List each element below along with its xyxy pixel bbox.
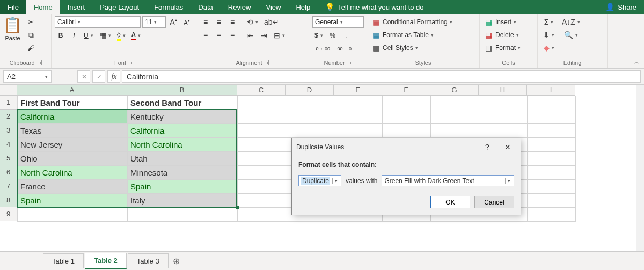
increase-indent-button[interactable]: ⇥ xyxy=(258,30,270,41)
fill-button[interactable]: ⬇▾ xyxy=(541,29,557,41)
paste-icon[interactable]: 📋 xyxy=(3,16,22,34)
alignment-launcher[interactable] xyxy=(264,60,269,65)
font-color-button[interactable]: A▾ xyxy=(129,30,143,41)
cell-A8[interactable]: Spain xyxy=(18,194,128,208)
cell-B6[interactable]: Minnesota xyxy=(128,166,238,180)
tab-file[interactable]: File xyxy=(0,0,26,14)
row-header-8[interactable]: 8 xyxy=(0,193,17,207)
decrease-indent-button[interactable]: ⇤ xyxy=(245,30,257,41)
row-header-9[interactable]: 9 xyxy=(0,207,17,221)
share-button[interactable]: 👤 Share xyxy=(598,0,644,14)
delete-cells-button[interactable]: ▦Delete▾ xyxy=(483,29,535,41)
merge-center-button[interactable]: ⊟▾ xyxy=(272,30,287,41)
cell-G1[interactable] xyxy=(431,96,479,110)
tab-data[interactable]: Data xyxy=(191,0,220,14)
fill-handle[interactable] xyxy=(236,206,239,209)
tab-insert[interactable]: Insert xyxy=(60,0,93,14)
copy-button[interactable]: ⧉ xyxy=(25,29,37,41)
col-header-E[interactable]: E xyxy=(334,85,382,96)
row-header-3[interactable]: 3 xyxy=(0,123,17,137)
fill-color-button[interactable]: ◊▾ xyxy=(115,30,128,41)
name-box[interactable]: A2▾ xyxy=(3,70,52,83)
cell-F1[interactable] xyxy=(383,96,431,110)
sort-filter-button[interactable]: A↓Z▾ xyxy=(560,16,582,28)
clipboard-launcher[interactable] xyxy=(36,60,42,65)
tab-formulas[interactable]: Formulas xyxy=(147,0,191,14)
row-header-1[interactable]: 1 xyxy=(0,96,17,110)
orientation-button[interactable]: ⟲▾ xyxy=(245,16,260,28)
ok-button[interactable]: OK xyxy=(430,196,470,208)
tab-home[interactable]: Home xyxy=(26,0,60,14)
decrease-decimal-button[interactable]: .00→.0 xyxy=(334,43,354,55)
cell-D1[interactable] xyxy=(286,96,334,110)
align-middle-button[interactable]: ≡ xyxy=(213,16,225,28)
row-header-2[interactable]: 2 xyxy=(0,110,17,123)
vertical-scrollbar[interactable] xyxy=(636,85,644,251)
font-size-select[interactable]: 11▾ xyxy=(142,16,166,28)
wrap-text-button[interactable]: ab↵ xyxy=(262,16,281,28)
col-header-A[interactable]: A xyxy=(17,85,127,96)
col-header-B[interactable]: B xyxy=(127,85,237,96)
comma-button[interactable]: , xyxy=(340,30,352,41)
cell-B2[interactable]: Kentucky xyxy=(128,110,238,124)
cell-B4[interactable]: North Carolina xyxy=(128,138,238,152)
font-name-select[interactable]: Calibri▾ xyxy=(55,16,141,28)
cell-styles-button[interactable]: ▦Cell Styles▾ xyxy=(370,42,475,54)
align-left-button[interactable]: ≡ xyxy=(200,30,211,41)
decrease-font-button[interactable]: A▾ xyxy=(181,16,193,28)
select-all-corner[interactable] xyxy=(0,85,17,96)
cell-A4[interactable]: New Jersey xyxy=(18,138,128,152)
cell-B5[interactable]: Utah xyxy=(128,152,238,166)
paste-label[interactable]: Paste xyxy=(5,35,20,41)
align-center-button[interactable]: ≡ xyxy=(213,30,225,41)
align-top-button[interactable]: ≡ xyxy=(200,16,211,28)
cancel-formula-button[interactable]: ✕ xyxy=(77,70,90,83)
format-cells-button[interactable]: ▦Format▾ xyxy=(483,42,535,54)
borders-button[interactable]: ▦▾ xyxy=(97,30,113,41)
collapse-ribbon-button[interactable]: ︿ xyxy=(634,58,640,66)
dialog-help-button[interactable]: ? xyxy=(479,142,496,152)
col-header-I[interactable]: I xyxy=(527,85,575,96)
col-header-F[interactable]: F xyxy=(382,85,430,96)
row-header-5[interactable]: 5 xyxy=(0,151,17,165)
tell-me-search[interactable]: 💡 Tell me what you want to do xyxy=(318,0,431,14)
cell-A6[interactable]: North Carolina xyxy=(18,166,128,180)
duplicate-unique-select[interactable]: Duplicate ▾ xyxy=(298,175,341,186)
conditional-formatting-button[interactable]: ▦Conditional Formatting▾ xyxy=(370,16,475,28)
format-as-table-button[interactable]: ▦Format as Table▾ xyxy=(370,29,475,41)
cell-B7[interactable]: Spain xyxy=(128,180,238,194)
col-header-H[interactable]: H xyxy=(479,85,527,96)
align-bottom-button[interactable]: ≡ xyxy=(226,16,238,28)
cell-B9[interactable] xyxy=(128,208,238,222)
accept-formula-button[interactable]: ✓ xyxy=(92,70,105,83)
number-launcher[interactable] xyxy=(347,60,352,65)
cell-A1[interactable]: First Band Tour xyxy=(18,96,128,110)
insert-cells-button[interactable]: ▦Insert▾ xyxy=(483,16,535,28)
formula-input[interactable]: California xyxy=(122,70,641,83)
sheet-tab-1[interactable]: Table 1 xyxy=(43,253,84,268)
cell-B3[interactable]: California xyxy=(128,124,238,138)
row-header-4[interactable]: 4 xyxy=(0,137,17,151)
italic-button[interactable]: I xyxy=(68,30,80,41)
tab-view[interactable]: View xyxy=(258,0,288,14)
dialog-close-button[interactable]: ✕ xyxy=(499,142,516,152)
cell-H1[interactable] xyxy=(479,96,528,110)
cell-C1[interactable] xyxy=(238,96,286,110)
bold-button[interactable]: B xyxy=(55,30,67,41)
cell-A5[interactable]: Ohio xyxy=(18,152,128,166)
col-header-G[interactable]: G xyxy=(430,85,479,96)
cell-A3[interactable]: Texas xyxy=(18,124,128,138)
cell-I1[interactable] xyxy=(528,96,576,110)
col-header-C[interactable]: C xyxy=(237,85,286,96)
currency-button[interactable]: $▾ xyxy=(312,30,325,41)
tab-page-layout[interactable]: Page Layout xyxy=(92,0,147,14)
cell-B1[interactable]: Second Band Tour xyxy=(128,96,238,110)
autosum-button[interactable]: Σ▾ xyxy=(541,16,557,28)
tab-help[interactable]: Help xyxy=(288,0,318,14)
increase-font-button[interactable]: A▴ xyxy=(167,16,179,28)
format-painter-button[interactable]: 🖌 xyxy=(25,42,37,54)
new-sheet-button[interactable]: ⊕ xyxy=(170,256,184,266)
format-style-select[interactable]: Green Fill with Dark Green Text ▾ xyxy=(382,175,514,186)
sheet-tab-2[interactable]: Table 2 xyxy=(85,253,127,269)
cut-button[interactable]: ✂ xyxy=(25,16,37,28)
